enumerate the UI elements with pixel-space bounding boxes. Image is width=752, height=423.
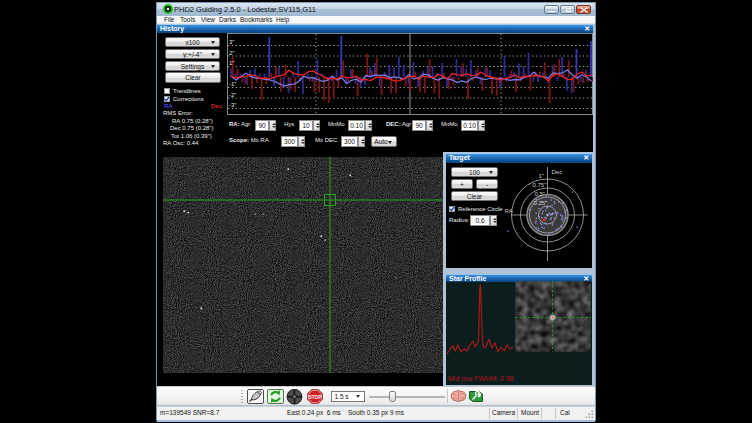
svg-text:0.5": 0.5" (535, 191, 545, 197)
svg-text:STOP: STOP (309, 395, 321, 400)
svg-text:1": 1" (539, 173, 544, 179)
svg-text:-2": -2" (229, 92, 236, 98)
svg-text:0.75": 0.75" (533, 182, 547, 188)
svg-text:-3": -3" (229, 102, 236, 108)
svg-text:RA: RA (505, 208, 513, 214)
svg-text:2": 2" (229, 50, 234, 56)
svg-text:Dec: Dec (552, 169, 563, 175)
svg-text:1": 1" (229, 60, 234, 66)
svg-text:3": 3" (229, 39, 234, 45)
svg-text:-1": -1" (229, 81, 236, 87)
svg-text:0.25": 0.25" (534, 200, 548, 206)
